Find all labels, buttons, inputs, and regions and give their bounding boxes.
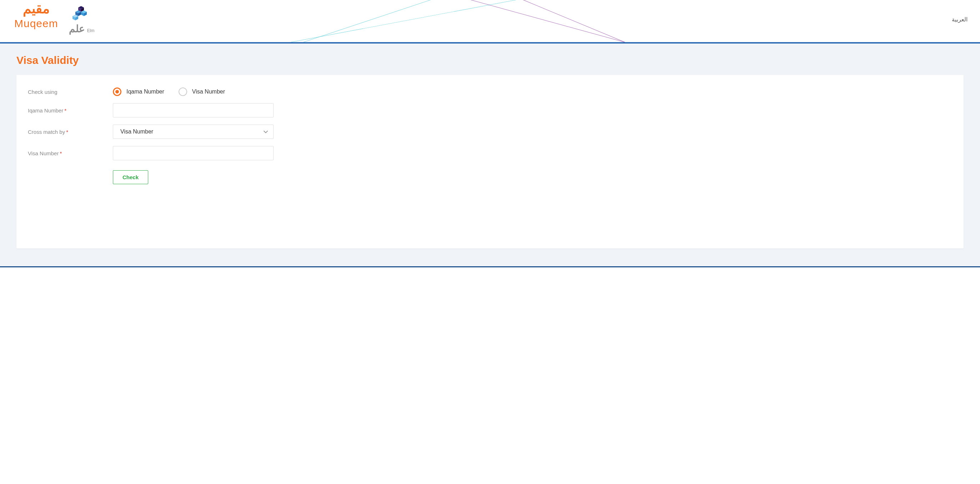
elm-logo-en: Elm <box>87 28 95 33</box>
radio-iqama-number[interactable]: Iqama Number <box>113 87 164 96</box>
visa-validity-form: Check using Iqama Number Visa Number Iqa… <box>16 75 964 248</box>
check-using-radio-group: Iqama Number Visa Number <box>113 87 225 96</box>
decorative-lines <box>0 0 980 42</box>
svg-line-0 <box>277 0 534 42</box>
iqama-number-row: Iqama Number* <box>27 103 953 117</box>
iqama-number-input[interactable] <box>113 103 274 117</box>
check-using-label: Check using <box>27 89 113 95</box>
cross-match-label-text: Cross match by <box>28 129 65 135</box>
check-button[interactable]: Check <box>113 170 148 184</box>
required-asterisk: * <box>66 129 68 135</box>
visa-number-input[interactable] <box>113 146 274 160</box>
radio-iqama-label: Iqama Number <box>126 89 164 95</box>
radio-unselected-icon <box>178 87 187 96</box>
visa-number-label: Visa Number* <box>27 150 113 156</box>
cross-match-row: Cross match by* Visa Number <box>27 125 953 139</box>
cross-match-label: Cross match by* <box>27 129 113 135</box>
language-toggle-link[interactable]: العربية <box>952 16 967 23</box>
elm-cubes-icon <box>69 3 94 23</box>
svg-line-1 <box>295 0 565 42</box>
visa-number-row: Visa Number* <box>27 146 953 160</box>
page-header: مقيم Muqeem علم Elm ا <box>0 0 980 44</box>
logo-group: مقيم Muqeem علم Elm <box>14 2 94 35</box>
radio-visa-number[interactable]: Visa Number <box>178 87 225 96</box>
radio-selected-icon <box>113 87 121 96</box>
svg-line-2 <box>458 0 635 42</box>
elm-logo-ar: علم <box>69 23 85 35</box>
elm-logo[interactable]: علم Elm <box>69 2 95 35</box>
cross-match-selected-value: Visa Number <box>120 129 153 135</box>
iqama-number-label: Iqama Number* <box>27 108 113 114</box>
svg-line-3 <box>515 0 631 42</box>
iqama-number-label-text: Iqama Number <box>28 108 63 114</box>
cross-match-select-wrap: Visa Number <box>113 125 274 139</box>
muqeem-logo[interactable]: مقيم Muqeem <box>14 2 58 30</box>
elm-logo-text: علم Elm <box>69 23 95 35</box>
required-asterisk: * <box>60 150 62 156</box>
radio-visa-label: Visa Number <box>192 89 225 95</box>
required-asterisk: * <box>64 108 67 114</box>
content-area: Visa Validity Check using Iqama Number V… <box>0 44 980 267</box>
cross-match-select[interactable]: Visa Number <box>113 125 274 139</box>
muqeem-logo-ar: مقيم <box>23 2 49 15</box>
visa-number-label-text: Visa Number <box>28 150 59 156</box>
check-using-row: Check using Iqama Number Visa Number <box>27 87 953 96</box>
muqeem-logo-en: Muqeem <box>14 17 58 30</box>
page-title: Visa Validity <box>16 54 964 67</box>
